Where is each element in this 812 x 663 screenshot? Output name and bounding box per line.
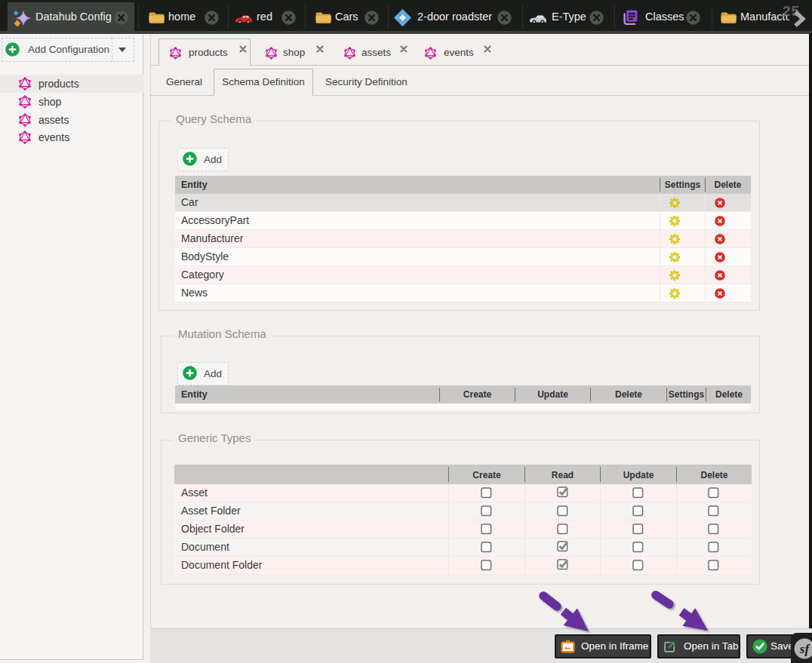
- svg-text:sf: sf: [799, 642, 811, 656]
